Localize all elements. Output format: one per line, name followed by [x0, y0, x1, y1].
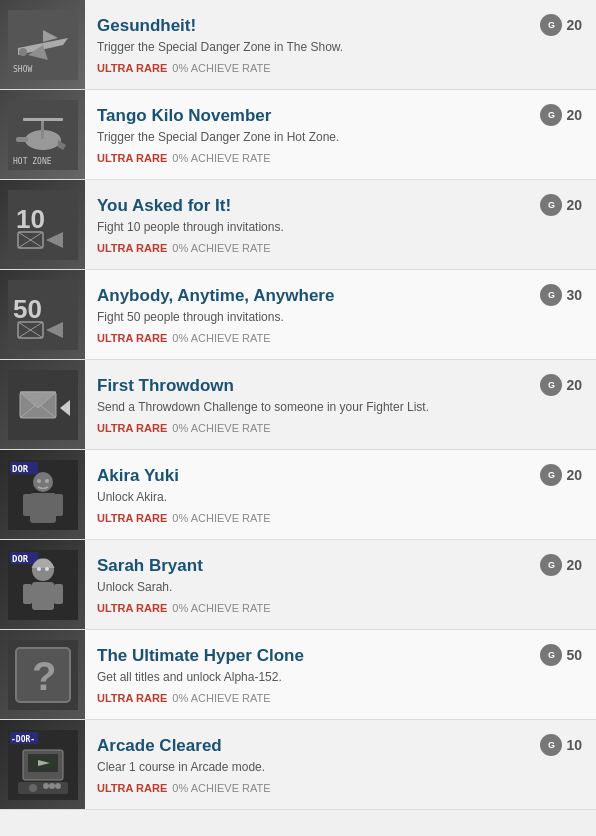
svg-point-61 — [49, 783, 55, 789]
achievement-rarity: ULTRA RARE 0% ACHIEVE RATE — [97, 782, 514, 794]
achievement-description: Send a Throwdown Challenge to someone in… — [97, 400, 514, 414]
points-badge: G — [540, 194, 562, 216]
achievement-description: Trigger the Special Danger Zone in Hot Z… — [97, 130, 514, 144]
achievement-icon: DOR — [0, 450, 85, 539]
achievement-item[interactable]: First Throwdown Send a Throwdown Challen… — [0, 360, 596, 450]
rarity-rate: 0% ACHIEVE RATE — [172, 62, 270, 74]
achievement-description: Unlock Sarah. — [97, 580, 514, 594]
svg-text:-DOR-: -DOR- — [11, 735, 35, 744]
svg-point-60 — [43, 783, 49, 789]
achievement-icon: 10 — [0, 180, 85, 269]
points-value: 20 — [566, 467, 582, 483]
rarity-rate: 0% ACHIEVE RATE — [172, 422, 270, 434]
rarity-label: ULTRA RARE — [97, 332, 167, 344]
rarity-rate: 0% ACHIEVE RATE — [172, 332, 270, 344]
achievement-title: Anybody, Anytime, Anywhere — [97, 286, 514, 306]
points-badge: G — [540, 374, 562, 396]
achievement-rarity: ULTRA RARE 0% ACHIEVE RATE — [97, 332, 514, 344]
rarity-label: ULTRA RARE — [97, 512, 167, 524]
achievement-icon: ? — [0, 630, 85, 719]
points-badge: G — [540, 464, 562, 486]
svg-text:50: 50 — [13, 294, 42, 324]
achievement-title: First Throwdown — [97, 376, 514, 396]
achievement-item[interactable]: 10 You Asked for It! Fight 10 people thr… — [0, 180, 596, 270]
rarity-label: ULTRA RARE — [97, 422, 167, 434]
achievement-item[interactable]: HOT ZONE Tango Kilo November Trigger the… — [0, 90, 596, 180]
achievement-rarity: ULTRA RARE 0% ACHIEVE RATE — [97, 692, 514, 704]
achievement-title: Arcade Cleared — [97, 736, 514, 756]
points-badge: G — [540, 104, 562, 126]
rarity-label: ULTRA RARE — [97, 152, 167, 164]
svg-rect-57 — [18, 782, 68, 794]
svg-rect-35 — [30, 493, 56, 523]
achievement-title: Akira Yuki — [97, 466, 514, 486]
rarity-label: ULTRA RARE — [97, 782, 167, 794]
achievement-rarity: ULTRA RARE 0% ACHIEVE RATE — [97, 602, 514, 614]
points-value: 20 — [566, 107, 582, 123]
achievement-content: Sarah Bryant Unlock Sarah. ULTRA RARE 0%… — [85, 540, 526, 629]
achievement-content: Arcade Cleared Clear 1 course in Arcade … — [85, 720, 526, 809]
achievement-description: Fight 50 people through invitations. — [97, 310, 514, 324]
achievement-icon: SHOW — [0, 0, 85, 89]
achievement-points: G 30 — [526, 270, 596, 316]
svg-point-47 — [37, 567, 41, 571]
svg-rect-9 — [23, 118, 63, 121]
svg-point-62 — [55, 783, 61, 789]
achievement-points: G 20 — [526, 360, 596, 406]
achievement-item[interactable]: 50 Anybody, Anytime, Anywhere Fight 50 p… — [0, 270, 596, 360]
points-value: 20 — [566, 17, 582, 33]
achievement-rarity: ULTRA RARE 0% ACHIEVE RATE — [97, 242, 514, 254]
points-value: 30 — [566, 287, 582, 303]
rarity-rate: 0% ACHIEVE RATE — [172, 602, 270, 614]
achievement-rarity: ULTRA RARE 0% ACHIEVE RATE — [97, 422, 514, 434]
achievement-icon: DOR — [0, 540, 85, 629]
achievement-description: Trigger the Special Danger Zone in The S… — [97, 40, 514, 54]
achievement-points: G 20 — [526, 540, 596, 586]
points-badge: G — [540, 734, 562, 756]
rarity-label: ULTRA RARE — [97, 602, 167, 614]
achievement-content: Tango Kilo November Trigger the Special … — [85, 90, 526, 179]
achievement-description: Clear 1 course in Arcade mode. — [97, 760, 514, 774]
rarity-rate: 0% ACHIEVE RATE — [172, 782, 270, 794]
points-badge: G — [540, 644, 562, 666]
svg-rect-36 — [23, 494, 33, 516]
points-value: 20 — [566, 557, 582, 573]
achievement-item[interactable]: DOR Akira Yuki Unlock Akira. ULTRA RARE … — [0, 450, 596, 540]
svg-point-48 — [45, 567, 49, 571]
svg-text:HOT ZONE: HOT ZONE — [13, 157, 52, 166]
svg-rect-46 — [54, 584, 63, 604]
achievement-description: Get all titles and unlock Alpha-152. — [97, 670, 514, 684]
svg-point-4 — [19, 48, 27, 56]
achievement-item[interactable]: ? The Ultimate Hyper Clone Get all title… — [0, 630, 596, 720]
svg-point-59 — [29, 784, 37, 792]
achievement-points: G 20 — [526, 90, 596, 136]
achievement-description: Unlock Akira. — [97, 490, 514, 504]
achievement-content: The Ultimate Hyper Clone Get all titles … — [85, 630, 526, 719]
points-badge: G — [540, 14, 562, 36]
achievement-content: Anybody, Anytime, Anywhere Fight 50 peop… — [85, 270, 526, 359]
points-value: 20 — [566, 197, 582, 213]
svg-rect-44 — [32, 582, 54, 610]
achievement-item[interactable]: -DOR- Arcade Cleared Clear 1 course in A… — [0, 720, 596, 810]
svg-text:10: 10 — [16, 204, 45, 234]
achievement-title: You Asked for It! — [97, 196, 514, 216]
rarity-rate: 0% ACHIEVE RATE — [172, 242, 270, 254]
achievement-rarity: ULTRA RARE 0% ACHIEVE RATE — [97, 152, 514, 164]
svg-text:DOR: DOR — [12, 554, 29, 564]
achievement-title: Tango Kilo November — [97, 106, 514, 126]
achievement-icon — [0, 360, 85, 449]
achievement-rarity: ULTRA RARE 0% ACHIEVE RATE — [97, 62, 514, 74]
achievement-list: SHOW Gesundheit! Trigger the Special Dan… — [0, 0, 596, 810]
achievement-content: First Throwdown Send a Throwdown Challen… — [85, 360, 526, 449]
achievement-item[interactable]: SHOW Gesundheit! Trigger the Special Dan… — [0, 0, 596, 90]
achievement-item[interactable]: DOR Sarah Bryant Unlock Sarah. ULTRA RAR… — [0, 540, 596, 630]
achievement-content: Gesundheit! Trigger the Special Danger Z… — [85, 0, 526, 89]
svg-point-38 — [37, 479, 41, 483]
achievement-points: G 20 — [526, 0, 596, 46]
points-badge: G — [540, 284, 562, 306]
achievement-title: Sarah Bryant — [97, 556, 514, 576]
achievement-points: G 50 — [526, 630, 596, 676]
achievement-content: You Asked for It! Fight 10 people throug… — [85, 180, 526, 269]
achievement-points: G 10 — [526, 720, 596, 766]
achievement-rarity: ULTRA RARE 0% ACHIEVE RATE — [97, 512, 514, 524]
